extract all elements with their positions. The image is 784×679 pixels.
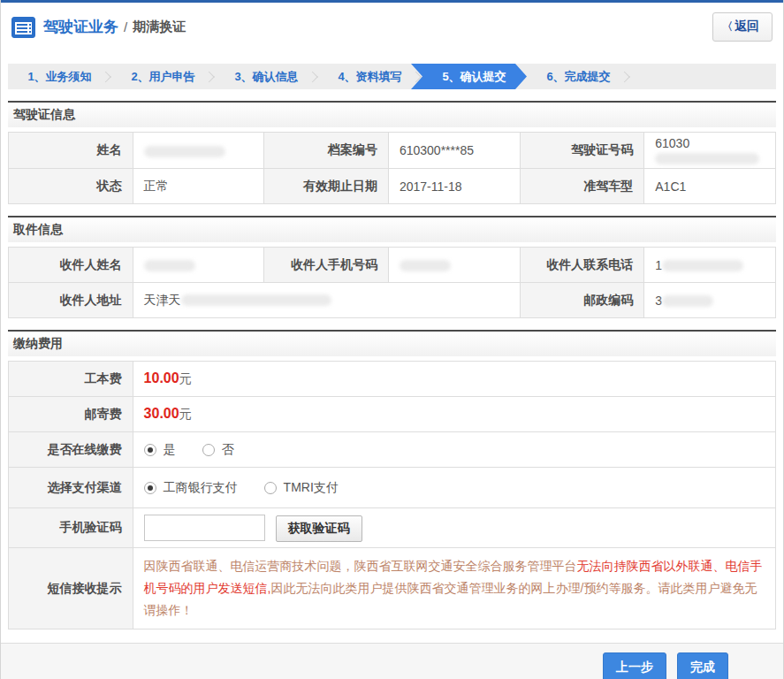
main-content: 驾驶证信息 姓名 档案编号 610300****85 驾驶证号码 61030 状… bbox=[1, 89, 783, 629]
page-header: 驾驶证业务 / 期满换证 〈返回 bbox=[1, 3, 783, 51]
step-4-fill-data[interactable]: 4、资料填写 bbox=[318, 64, 422, 89]
fees-section: 缴纳费用 工本费 10.00元 邮寄费 30.00元 是否在线缴费 是 否 bbox=[8, 330, 776, 629]
redacted-license-no bbox=[655, 153, 759, 164]
previous-step-button[interactable]: 上一步 bbox=[603, 652, 666, 679]
form-list-icon bbox=[11, 17, 35, 38]
step-2-user-declaration[interactable]: 2、用户申告 bbox=[111, 64, 215, 89]
redacted-recipient-phone bbox=[662, 260, 743, 271]
name-value bbox=[133, 133, 264, 169]
step-5-confirm-submit-active[interactable]: 5、确认提交 bbox=[411, 64, 527, 89]
pickup-info-table: 收件人姓名 收件人手机号码 收件人联系电话 1 收件人地址 天津天 邮政编码 3 bbox=[8, 247, 776, 318]
license-section-title: 驾驶证信息 bbox=[8, 101, 776, 127]
recipient-phone-label: 收件人联系电话 bbox=[520, 248, 644, 283]
radio-online-pay-yes[interactable] bbox=[144, 444, 156, 456]
recipient-name-value bbox=[133, 248, 264, 283]
expiry-label: 有效期止日期 bbox=[264, 169, 389, 204]
address-value: 天津天 bbox=[133, 283, 520, 318]
pickup-section-title: 取件信息 bbox=[8, 216, 776, 242]
address-label: 收件人地址 bbox=[9, 283, 133, 318]
finish-button[interactable]: 完成 bbox=[677, 652, 728, 679]
recipient-name-label: 收件人姓名 bbox=[9, 248, 133, 283]
redacted-recipient-name bbox=[144, 260, 195, 271]
radio-online-pay-yes-label[interactable]: 是 bbox=[164, 442, 176, 458]
stepbar-filler bbox=[630, 64, 776, 89]
step-wizard-bar: 1、业务须知 2、用户申告 3、确认信息 4、资料填写 5、确认提交 6、完成提… bbox=[8, 64, 776, 89]
chevron-right-icon bbox=[307, 71, 318, 82]
radio-online-pay-no-label[interactable]: 否 bbox=[222, 442, 234, 458]
sms-code-field: 获取验证码 bbox=[133, 508, 775, 548]
redacted-name bbox=[144, 146, 225, 157]
expiry-value: 2017-11-18 bbox=[388, 169, 520, 204]
status-label: 状态 bbox=[9, 169, 133, 204]
sms-code-input[interactable] bbox=[144, 515, 265, 541]
recipient-mobile-value bbox=[388, 248, 520, 283]
redacted-postcode bbox=[662, 295, 713, 307]
chevron-right-icon bbox=[100, 71, 111, 82]
chevron-right-icon bbox=[619, 71, 630, 82]
step-6-complete-submit[interactable]: 6、完成提交 bbox=[527, 64, 630, 89]
postcode-value: 3 bbox=[644, 283, 776, 318]
name-label: 姓名 bbox=[9, 133, 133, 169]
radio-channel-tmri-label[interactable]: TMRI支付 bbox=[284, 480, 339, 496]
breadcrumb-separator: / bbox=[124, 19, 127, 34]
pay-channel-options: 工商银行支付 TMRI支付 bbox=[133, 468, 775, 508]
pay-channel-label: 选择支付渠道 bbox=[9, 468, 133, 508]
redacted-address bbox=[181, 294, 331, 306]
license-no-value: 61030 bbox=[644, 133, 776, 169]
vehicle-class-label: 准驾车型 bbox=[520, 169, 644, 204]
recipient-mobile-label: 收件人手机号码 bbox=[264, 248, 389, 283]
postage-fee-value: 30.00元 bbox=[133, 397, 775, 432]
sms-notice-label: 短信接收提示 bbox=[9, 548, 133, 629]
radio-online-pay-no[interactable] bbox=[202, 444, 215, 456]
status-value: 正常 bbox=[133, 169, 264, 204]
sms-code-label: 手机验证码 bbox=[9, 508, 133, 548]
sms-notice-text: 因陕西省联通、电信运营商技术问题，陕西省互联网交通安全综合服务管理平台无法向持陕… bbox=[133, 548, 775, 629]
radio-channel-icbc[interactable] bbox=[144, 482, 156, 494]
online-pay-label: 是否在线缴费 bbox=[9, 432, 133, 468]
breadcrumb-current-page: 期满换证 bbox=[133, 19, 186, 35]
redacted-recipient-mobile bbox=[400, 260, 451, 271]
radio-channel-tmri[interactable] bbox=[264, 482, 277, 494]
card-fee-value: 10.00元 bbox=[133, 362, 775, 397]
file-no-value: 610300****85 bbox=[388, 133, 520, 169]
chevron-right-icon bbox=[203, 71, 215, 82]
step-3-confirm-info[interactable]: 3、确认信息 bbox=[215, 64, 318, 89]
license-info-table: 姓名 档案编号 610300****85 驾驶证号码 61030 状态 正常 有… bbox=[8, 132, 776, 204]
license-info-section: 驾驶证信息 姓名 档案编号 610300****85 驾驶证号码 61030 状… bbox=[8, 101, 776, 204]
breadcrumb-service-title[interactable]: 驾驶证业务 bbox=[43, 17, 118, 37]
online-pay-options: 是 否 bbox=[133, 432, 775, 468]
step-1-business-notice[interactable]: 1、业务须知 bbox=[8, 64, 111, 89]
license-no-label: 驾驶证号码 bbox=[520, 133, 644, 169]
vehicle-class-value: A1C1 bbox=[644, 169, 776, 204]
footer-action-bar: 上一步 完成 bbox=[1, 643, 783, 679]
fees-section-title: 缴纳费用 bbox=[8, 330, 776, 356]
pickup-info-section: 取件信息 收件人姓名 收件人手机号码 收件人联系电话 1 收件人地址 天津天 邮… bbox=[8, 216, 776, 318]
fees-table: 工本费 10.00元 邮寄费 30.00元 是否在线缴费 是 否 bbox=[8, 361, 776, 629]
get-sms-code-button[interactable]: 获取验证码 bbox=[276, 515, 362, 542]
file-no-label: 档案编号 bbox=[264, 133, 389, 169]
card-fee-label: 工本费 bbox=[9, 362, 133, 397]
back-button[interactable]: 〈返回 bbox=[712, 12, 773, 42]
radio-channel-icbc-label[interactable]: 工商银行支付 bbox=[164, 480, 238, 496]
back-button-label: 返回 bbox=[735, 19, 759, 33]
postcode-label: 邮政编码 bbox=[520, 283, 644, 318]
recipient-phone-value: 1 bbox=[644, 248, 776, 283]
chevron-left-icon: 〈 bbox=[722, 20, 733, 33]
postage-fee-label: 邮寄费 bbox=[9, 397, 133, 432]
